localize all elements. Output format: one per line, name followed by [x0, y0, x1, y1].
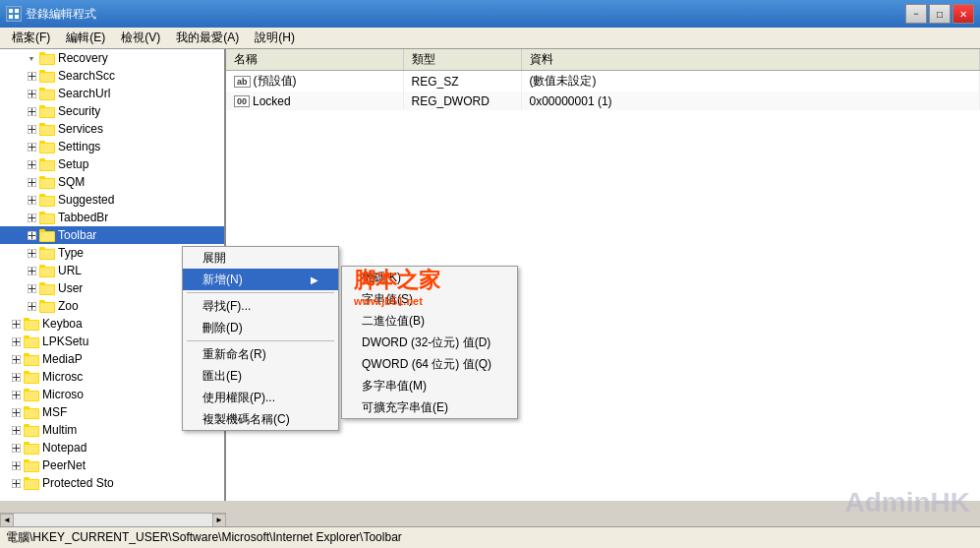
expand-icon-searchscc[interactable]: [24, 67, 39, 85]
expand-icon-zoo[interactable]: [24, 297, 39, 315]
menu-edit[interactable]: 編輯(E): [58, 28, 113, 48]
col-header-name: 名稱: [226, 49, 403, 71]
table-row[interactable]: ab (預設值)REG_SZ(數值未設定): [226, 71, 980, 92]
menu-view[interactable]: 檢視(V): [113, 28, 168, 48]
scroll-track[interactable]: [14, 514, 212, 527]
tree-label-settings: Settings: [58, 140, 100, 153]
tree-label-msf: MSF: [42, 405, 67, 419]
window-controls: － □ ✕: [905, 4, 974, 24]
close-button[interactable]: ✕: [952, 4, 974, 24]
ctx-menu-item-export[interactable]: 匯出(E): [183, 365, 338, 387]
ctx-menu-item-new[interactable]: 新增(N)▶: [183, 269, 338, 290]
svg-rect-24: [39, 105, 45, 108]
scroll-right-button[interactable]: ►: [212, 514, 226, 527]
svg-rect-48: [39, 176, 45, 179]
expand-icon-microso[interactable]: [8, 386, 24, 403]
expand-icon-sqm[interactable]: [24, 173, 39, 191]
expand-icon-user[interactable]: [24, 279, 39, 297]
expand-icon-services[interactable]: [24, 120, 39, 138]
ctx-menu-item-expand[interactable]: 展開: [183, 247, 338, 269]
ctx-menu-item-rename[interactable]: 重新命名(R): [183, 343, 338, 365]
minimize-button[interactable]: －: [905, 4, 927, 24]
expand-icon-setup[interactable]: [24, 155, 39, 173]
sub-menu-item-key[interactable]: 機碼(K): [342, 267, 517, 288]
tree-item-protectedsto[interactable]: Protected Sto: [0, 474, 224, 492]
expand-icon-security[interactable]: [24, 102, 39, 120]
svg-rect-78: [39, 265, 45, 268]
tree-item-notepad[interactable]: Notepad: [0, 439, 224, 457]
expand-icon-notepad[interactable]: [8, 439, 24, 457]
sub-menu-item-binval[interactable]: 二進位值(B): [342, 310, 517, 332]
expand-icon-type[interactable]: [24, 244, 39, 262]
tree-item-toolbar[interactable]: Toolbar: [0, 226, 224, 244]
menu-file[interactable]: 檔案(F): [4, 28, 58, 48]
maximize-button[interactable]: □: [929, 4, 951, 24]
expand-icon-suggested[interactable]: [24, 191, 39, 209]
tree-label-tabbedbr: TabbedBr: [58, 211, 108, 224]
horizontal-scrollbar[interactable]: ◄ ►: [0, 513, 226, 526]
svg-rect-84: [39, 282, 45, 285]
tree-label-suggested: Suggested: [58, 193, 114, 207]
expand-icon-peernet[interactable]: [8, 457, 24, 474]
menu-bar: 檔案(F) 編輯(E) 檢視(V) 我的最愛(A) 說明(H): [0, 28, 980, 49]
expand-icon-keyboa[interactable]: [8, 315, 24, 333]
tree-item-searchurl[interactable]: SearchUrl: [0, 85, 224, 102]
expand-icon-protectedsto[interactable]: [8, 474, 24, 492]
svg-rect-60: [39, 212, 45, 214]
ctx-menu-item-find[interactable]: 尋找(F)...: [183, 295, 338, 317]
svg-rect-66: [39, 229, 45, 232]
svg-rect-37: [40, 144, 54, 152]
expand-icon-settings[interactable]: [24, 138, 39, 155]
menu-help[interactable]: 說明(H): [247, 28, 303, 48]
ctx-menu-item-delete[interactable]: 刪除(D): [183, 317, 338, 338]
svg-rect-115: [25, 374, 38, 383]
context-menu[interactable]: 展開新增(N)▶尋找(F)...刪除(D)重新命名(R)匯出(E)使用權限(P)…: [182, 246, 339, 431]
tree-item-services[interactable]: Services: [0, 120, 224, 138]
folder-icon-keyboa: [24, 316, 39, 332]
svg-rect-120: [24, 389, 29, 392]
scroll-left-button[interactable]: ◄: [0, 514, 14, 527]
menu-separator: [187, 340, 334, 341]
folder-icon-protectedsto: [24, 475, 39, 491]
ctx-menu-item-copyname[interactable]: 複製機碼名稱(C): [183, 408, 338, 430]
sub-menu-item-qword[interactable]: QWORD (64 位元) 值(Q): [342, 353, 517, 375]
expand-icon-searchurl[interactable]: [24, 85, 39, 102]
tree-item-sqm[interactable]: SQM: [0, 173, 224, 191]
tree-item-tabbedbr[interactable]: TabbedBr: [0, 209, 224, 226]
sub-context-menu[interactable]: 機碼(K)字串值(S)二進位值(B)DWORD (32-位元) 值(D)QWOR…: [341, 266, 518, 419]
tree-item-settings[interactable]: Settings: [0, 138, 224, 155]
expand-icon-toolbar[interactable]: [24, 226, 39, 244]
expand-icon-url[interactable]: [24, 262, 39, 279]
expand-icon-microsc[interactable]: [8, 368, 24, 386]
status-bar: 電腦\HKEY_CURRENT_USER\Software\Microsoft\…: [0, 526, 980, 548]
tree-item-setup[interactable]: Setup: [0, 155, 224, 173]
expand-icon-lpksetu[interactable]: [8, 333, 24, 350]
expand-icon-msf[interactable]: [8, 403, 24, 421]
sub-menu-item-multistr[interactable]: 多字串值(M): [342, 375, 517, 396]
svg-rect-6: [39, 52, 45, 55]
tree-item-security[interactable]: Security: [0, 102, 224, 120]
svg-rect-102: [24, 335, 29, 338]
tree-item-peernet[interactable]: PeerNet: [0, 457, 224, 474]
svg-rect-91: [40, 303, 54, 312]
svg-rect-3: [9, 15, 13, 19]
submenu-arrow-new: ▶: [311, 274, 318, 285]
table-row[interactable]: 00 LockedREG_DWORD0x00000001 (1): [226, 91, 980, 110]
svg-rect-55: [40, 197, 54, 206]
svg-rect-31: [40, 126, 54, 135]
expand-icon-recovery[interactable]: ▼: [24, 49, 39, 67]
sub-menu-item-dword[interactable]: DWORD (32-位元) 值(D): [342, 332, 517, 353]
expand-icon-multim[interactable]: [8, 421, 24, 439]
sub-menu-item-strval[interactable]: 字串值(S): [342, 288, 517, 310]
sub-menu-item-expandstr[interactable]: 可擴充字串值(E): [342, 396, 517, 418]
ctx-menu-item-permission[interactable]: 使用權限(P)...: [183, 387, 338, 408]
tree-item-recovery[interactable]: ▼Recovery: [0, 49, 224, 67]
col-header-data: 資料: [521, 49, 980, 71]
expand-icon-mediap[interactable]: [8, 350, 24, 368]
expand-icon-tabbedbr[interactable]: [24, 209, 39, 226]
tree-item-searchscc[interactable]: SearchScc: [0, 67, 224, 85]
menu-favorites[interactable]: 我的最愛(A): [168, 28, 247, 48]
tree-item-suggested[interactable]: Suggested: [0, 191, 224, 209]
folder-icon-suggested: [39, 192, 55, 208]
folder-icon-toolbar: [39, 227, 55, 243]
